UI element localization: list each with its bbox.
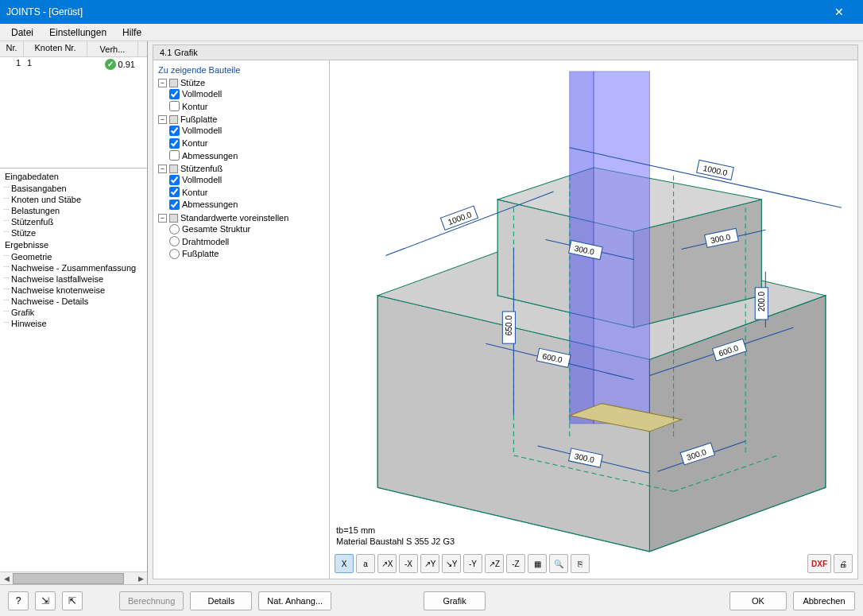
- nav-nachweise-knoten[interactable]: Nachweise knotenweise: [0, 285, 147, 296]
- rad-draht[interactable]: [169, 236, 180, 246]
- svg-text:200.0: 200.0: [757, 291, 766, 312]
- berechnung-button[interactable]: Berechnung: [119, 591, 184, 610]
- lbl-sf-abm: Abmessungen: [182, 200, 238, 210]
- chk-stuetze-kontur[interactable]: [169, 101, 180, 111]
- view-x-button[interactable]: X: [335, 554, 354, 573]
- rad-fussplatte[interactable]: [169, 249, 180, 259]
- nav-stuetzenfuss[interactable]: Stützenfuß: [0, 216, 147, 227]
- nav-nachweise-zusammen[interactable]: Nachweise - Zusammenfassung: [0, 262, 147, 273]
- chk-stuetze-voll[interactable]: [169, 89, 180, 99]
- window-title: JOINTS - [Gerüst]: [6, 6, 821, 17]
- 3d-viewport[interactable]: 1000.0 1000.0 600.0 600.0 300.0 300.0 30…: [330, 60, 857, 579]
- menu-settings[interactable]: Einstellungen: [41, 25, 114, 40]
- nav-group-ergebnisse[interactable]: Ergebnisse: [0, 238, 147, 251]
- details-button[interactable]: Details: [190, 591, 252, 610]
- node-icon: [169, 214, 178, 223]
- close-icon[interactable]: ✕: [821, 0, 857, 24]
- nav-belastungen[interactable]: Belastungen: [0, 205, 147, 216]
- node-icon: [169, 165, 178, 173]
- title-bar: JOINTS - [Gerüst] ✕: [0, 0, 863, 24]
- table-row[interactable]: 1 1 ✓ 0.91: [0, 57, 147, 72]
- left-scrollbar[interactable]: ◀▶: [0, 571, 147, 584]
- anhang-button[interactable]: Nat. Anhang...: [258, 591, 331, 610]
- tree-stuetze[interactable]: Stütze: [180, 78, 205, 87]
- chk-sf-kontur[interactable]: [169, 187, 180, 197]
- import-icon[interactable]: ⇱: [62, 591, 83, 610]
- cell-verh: ✓ 0.91: [87, 57, 138, 72]
- nav-knoten[interactable]: Knoten und Stäbe: [0, 194, 147, 205]
- verh-value: 0.91: [118, 60, 135, 69]
- col-nr[interactable]: Nr.: [0, 41, 24, 56]
- tree-title: Zu zeigende Bauteile: [157, 64, 326, 76]
- nav-geometrie[interactable]: Geometrie: [0, 251, 147, 262]
- view-negx-button[interactable]: -X: [399, 554, 418, 573]
- view-a-button[interactable]: a: [356, 554, 375, 573]
- view-isoy-button[interactable]: ↗Y: [420, 554, 439, 573]
- nav-nachweise-lastfall[interactable]: Nachweise lastfallweise: [0, 273, 147, 285]
- nav-basisangaben[interactable]: Basisangaben: [0, 183, 147, 194]
- lbl-fussplatte: Fußplatte: [182, 249, 219, 258]
- view-isoz-button[interactable]: ↗Z: [485, 554, 504, 573]
- export-icon[interactable]: ⇲: [35, 591, 56, 610]
- info-text: tb=15 mm Material Baustahl S 355 J2 G3: [336, 525, 455, 547]
- ok-button[interactable]: OK: [729, 591, 787, 610]
- results-table: Nr. Knoten Nr. Verh... 1 1 ✓ 0.91: [0, 41, 147, 169]
- tree-stuetzenfuss[interactable]: Stützenfuß: [180, 164, 223, 173]
- lbl-stuetze-kontur: Kontur: [182, 102, 207, 111]
- copy-button[interactable]: ⎘: [571, 554, 590, 573]
- menu-bar: Datei Einstellungen Hilfe: [0, 24, 863, 41]
- nav-hinweise[interactable]: Hinweise: [0, 318, 147, 329]
- cancel-button[interactable]: Abbrechen: [793, 591, 855, 610]
- viewport-toolbar: X a ↗X -X ↗Y ↘Y -Y ↗Z -Z ▦ 🔍 ⎘ DXF 🖨: [335, 553, 853, 574]
- nav-grafik[interactable]: Grafik: [0, 307, 147, 318]
- chk-fuss-kontur[interactable]: [169, 138, 180, 149]
- lbl-fuss-voll: Vollmodell: [182, 126, 222, 135]
- lbl-fuss-abm: Abmessungen: [182, 151, 238, 161]
- menu-file[interactable]: Datei: [3, 25, 41, 40]
- nav-nachweise-details[interactable]: Nachweise - Details: [0, 296, 147, 307]
- view-negz-button[interactable]: -Z: [506, 554, 525, 573]
- toggle-icon[interactable]: −: [158, 79, 167, 87]
- nav-group-eingabe[interactable]: Eingabedaten: [0, 170, 147, 183]
- info-material: Material Baustahl S 355 J2 G3: [336, 536, 455, 547]
- view-negy-button[interactable]: -Y: [463, 554, 482, 573]
- svg-text:650.0: 650.0: [505, 316, 513, 336]
- dxf-export-button[interactable]: DXF: [807, 554, 831, 573]
- lbl-draht: Drahtmodell: [182, 237, 229, 246]
- toggle-icon[interactable]: −: [158, 214, 167, 223]
- 3d-model: 1000.0 1000.0 600.0 600.0 300.0 300.0 30…: [330, 60, 857, 579]
- help-icon[interactable]: ?: [8, 591, 29, 610]
- cell-nr: 1: [0, 57, 24, 72]
- node-icon: [169, 115, 178, 124]
- chk-sf-voll[interactable]: [169, 175, 180, 185]
- lbl-fuss-kontur: Kontur: [182, 138, 207, 148]
- chk-fuss-voll[interactable]: [169, 126, 180, 136]
- chk-fuss-abm[interactable]: [169, 150, 180, 161]
- print-button[interactable]: 🖨: [834, 554, 853, 573]
- left-panel: Nr. Knoten Nr. Verh... 1 1 ✓ 0.91 Eingab…: [0, 41, 148, 584]
- chk-sf-abm[interactable]: [169, 200, 180, 210]
- nav-stuetze[interactable]: Stütze: [0, 227, 147, 238]
- menu-help[interactable]: Hilfe: [114, 25, 149, 40]
- zoom-button[interactable]: 🔍: [549, 554, 568, 573]
- tree-fussplatte[interactable]: Fußplatte: [180, 114, 217, 124]
- col-verh[interactable]: Verh...: [87, 41, 138, 56]
- view-isox-button[interactable]: ↗X: [377, 554, 397, 573]
- view-box-button[interactable]: ▦: [528, 554, 547, 573]
- bottom-bar: ? ⇲ ⇱ Berechnung Details Nat. Anhang... …: [0, 584, 863, 616]
- col-knoten[interactable]: Knoten Nr.: [24, 41, 87, 56]
- check-icon: ✓: [105, 59, 116, 70]
- tree-standard[interactable]: Standardwerte voreinstellen: [180, 213, 288, 223]
- grafik-button[interactable]: Grafik: [424, 591, 486, 610]
- toggle-icon[interactable]: −: [158, 115, 167, 124]
- cell-knoten: 1: [24, 57, 87, 72]
- lbl-gesamt: Gesamte Struktur: [182, 224, 250, 234]
- view-isoy2-button[interactable]: ↘Y: [442, 554, 461, 573]
- lbl-stuetze-voll: Vollmodell: [182, 89, 222, 99]
- info-tb: tb=15 mm: [336, 525, 455, 536]
- components-tree: Zu zeigende Bauteile −Stütze Vollmodell …: [153, 60, 330, 579]
- rad-gesamt[interactable]: [169, 224, 180, 234]
- lbl-sf-kontur: Kontur: [182, 188, 207, 197]
- section-header: 4.1 Grafik: [153, 45, 858, 60]
- toggle-icon[interactable]: −: [158, 165, 167, 173]
